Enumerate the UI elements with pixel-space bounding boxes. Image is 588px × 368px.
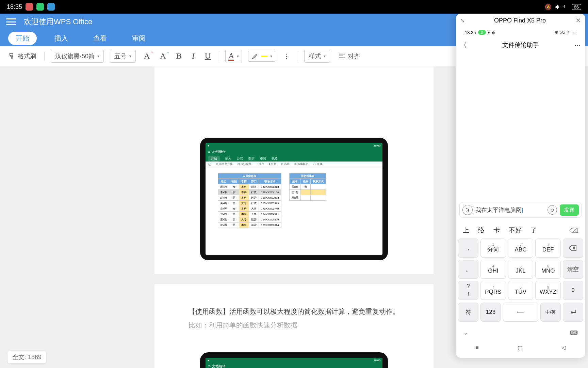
panel-header: ⤡ OPPO Find X5 Pro ✕ [456, 14, 585, 27]
candidate-delete-icon[interactable]: ⌫ [569, 227, 578, 234]
more-icon[interactable]: ⋯ [574, 41, 581, 49]
tab-view[interactable]: 查看 [86, 32, 114, 45]
align-icon [338, 53, 346, 60]
align-button[interactable]: 对齐 [336, 51, 362, 62]
key-clear[interactable]: 清空 [563, 260, 583, 279]
tab-start[interactable]: 开始 [8, 32, 37, 45]
key-period[interactable]: 。 [458, 260, 478, 279]
screen-mirror-panel: ⤡ OPPO Find X5 Pro ✕ 18:35 ⎚ ● ◐ ✱ 5G ᯤ … [456, 14, 585, 358]
key-punct[interactable]: ?! [458, 281, 478, 300]
key-3[interactable]: 3DEF [535, 239, 561, 258]
key-comma[interactable]: , [458, 239, 478, 258]
mirror-time: 18:35 [465, 30, 476, 35]
nav-back-icon[interactable]: ◁ [562, 344, 566, 351]
embedded-tablet-image: ●18:00 ≡ 文档编辑 开始 插入 公式 数据 审阅 视图 [200, 352, 388, 368]
status-app-icon-3 [47, 3, 55, 11]
backspace-icon [569, 245, 577, 251]
tab-insert[interactable]: 插入 [47, 32, 76, 45]
tab-review[interactable]: 审阅 [125, 32, 153, 45]
brush-icon [8, 52, 16, 60]
key-4[interactable]: 4GHI [480, 260, 506, 279]
ime-toolbar: ⌄ ⌨ [456, 326, 585, 339]
key-backspace[interactable] [563, 239, 583, 258]
wifi-icon: ᯤ [563, 4, 568, 10]
chevron-down-icon: ▾ [324, 54, 326, 59]
candidate[interactable]: 络 [478, 226, 485, 235]
doc-paragraph: 比如：利用简单的函数快速分析数据 [189, 318, 399, 332]
back-icon[interactable]: 〈 [460, 41, 467, 50]
nav-recents-icon[interactable]: ≡ [475, 344, 478, 351]
key-2[interactable]: 2ABC [508, 239, 534, 258]
system-status-bar: 18:35 🔕 ✱ ᯤ 66 [0, 0, 588, 14]
key-8[interactable]: 8TUV [508, 281, 534, 300]
key-9[interactable]: 9WXYZ [535, 281, 561, 300]
document-page: 【使用函数】活用函数可以极大程度的简化数据计算，避免重复动作。 比如：利用简单的… [154, 284, 434, 368]
mirrored-phone-screen: 18:35 ⎚ ● ◐ ✱ 5G ᯤ ▭ 〈 文件传输助手 ⋯ [456, 27, 585, 129]
underline-button[interactable]: U [203, 50, 213, 62]
collapse-keyboard-icon[interactable]: ⌄ [463, 329, 468, 336]
key-lang-toggle[interactable]: 中/英 [540, 303, 561, 322]
minimize-icon[interactable]: ⤡ [460, 17, 464, 24]
candidate[interactable]: 不好 [509, 226, 522, 235]
space-icon [516, 309, 525, 315]
format-brush-button[interactable]: 格式刷 [6, 51, 38, 62]
message-input[interactable]: 我在太平洋电脑网 [475, 206, 545, 214]
key-numbers[interactable]: 123 [480, 303, 501, 322]
bluetooth-icon: ✱ [555, 30, 558, 35]
status-time: 18:35 [7, 3, 22, 11]
battery-icon: ▭ [573, 30, 576, 35]
enter-icon [569, 309, 577, 315]
document-page: ●18:00 ≡ 示例操作 开始 插入 公式 数据 审阅 视图 ◯⊞ 合并单元格… [154, 66, 434, 274]
app-title: 欢迎使用WPS Office [24, 17, 92, 27]
ime-candidate-bar: 上 络 卡 不好 了 ⌫ [456, 224, 585, 237]
nav-home-icon[interactable]: ▢ [518, 344, 523, 351]
font-size-selector[interactable]: 五号▾ [110, 50, 136, 63]
candidate[interactable]: 了 [530, 226, 537, 235]
candidate[interactable]: 上 [463, 226, 469, 235]
key-6[interactable]: 6MNO [535, 260, 561, 279]
font-family-selector[interactable]: 汉仪旗黑-50简▾ [51, 50, 104, 63]
key-enter[interactable] [563, 303, 583, 322]
app-dot-icon: ● [488, 31, 490, 34]
android-nav-bar: ≡ ▢ ◁ [456, 341, 585, 354]
voice-input-icon[interactable]: )) [462, 205, 473, 215]
hamburger-menu-icon[interactable] [6, 18, 16, 25]
doc-paragraph: 【使用函数】活用函数可以极大程度的简化数据计算，避免重复动作。 [189, 305, 399, 318]
chevron-down-icon: ▾ [237, 54, 239, 59]
emoji-icon[interactable]: ☺ [548, 205, 557, 215]
app-dot-icon: ◐ [492, 31, 495, 34]
italic-button[interactable]: I [190, 50, 197, 62]
candidate[interactable]: 卡 [493, 226, 500, 235]
mute-icon: 🔕 [545, 4, 552, 10]
increase-font-button[interactable]: A+ [142, 50, 152, 62]
chevron-down-icon: ▾ [97, 54, 99, 59]
record-pill-icon: ⎚ [478, 30, 486, 35]
panel-title: OPPO Find X5 Pro [468, 17, 572, 24]
battery-indicator: 66 [572, 4, 581, 10]
style-selector[interactable]: 样式▾ [304, 50, 330, 63]
send-button[interactable]: 发送 [560, 204, 579, 216]
key-7[interactable]: 7PQRS [480, 281, 506, 300]
chat-title: 文件传输助手 [467, 41, 574, 49]
chevron-down-icon: ▾ [129, 54, 131, 59]
panel-close-icon[interactable]: ✕ [575, 16, 581, 25]
key-space[interactable] [503, 303, 538, 322]
key-symbols[interactable]: 符 [458, 303, 478, 322]
highlight-button[interactable]: ▾ [248, 51, 275, 62]
key-5[interactable]: 5JKL [508, 260, 534, 279]
chat-nav-bar: 〈 文件传输助手 ⋯ [456, 37, 585, 52]
overflow-menu-button[interactable]: ⋮ [281, 51, 292, 61]
ime-bottom-row: 符 123 中/英 [458, 303, 583, 322]
key-1[interactable]: 1分词 [480, 239, 506, 258]
word-count-badge[interactable]: 全文: 1569 [7, 351, 46, 363]
keyboard-settings-icon[interactable]: ⌨ [570, 329, 578, 336]
bold-button[interactable]: B [174, 50, 184, 62]
signal-icon: 5G [560, 30, 565, 35]
font-color-button[interactable]: A ▾ [225, 50, 242, 62]
highlighter-icon [251, 52, 259, 60]
message-input-bar: )) 我在太平洋电脑网 ☺ 发送 [459, 202, 582, 218]
embedded-tablet-image: ●18:00 ≡ 示例操作 开始 插入 公式 数据 审阅 视图 ◯⊞ 合并单元格… [200, 138, 388, 260]
key-0[interactable]: 0 [563, 281, 583, 300]
status-app-icon-1 [26, 3, 33, 11]
decrease-font-button[interactable]: A- [158, 50, 168, 62]
